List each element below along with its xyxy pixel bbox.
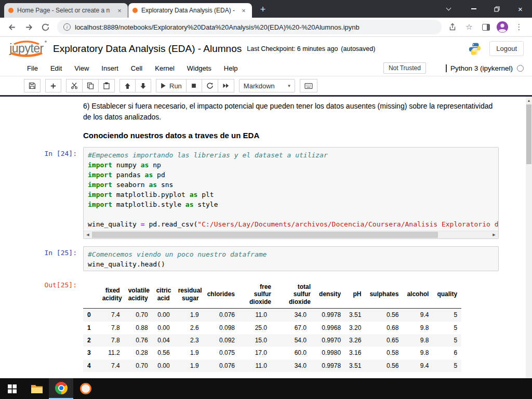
code-line: import numpy as np [88, 160, 494, 170]
row-index: 0 [83, 309, 98, 322]
back-button[interactable] [4, 19, 20, 35]
tab-close-icon[interactable]: × [240, 6, 248, 15]
profile-button[interactable] [495, 19, 510, 35]
scroll-up-icon[interactable]: ▲ [526, 97, 532, 104]
share-button[interactable] [445, 19, 460, 35]
add-cell-button[interactable] [45, 79, 61, 92]
scrollbar-track[interactable] [92, 231, 490, 238]
move-cell-up-button[interactable] [119, 79, 136, 92]
menu-file[interactable]: File [21, 64, 44, 72]
menu-kernel[interactable]: Kernel [149, 64, 181, 72]
column-header: pH [345, 281, 365, 309]
column-header: quality [433, 281, 461, 309]
logout-button[interactable]: Logout [489, 41, 524, 56]
not-trusted-button[interactable]: Not Trusted [383, 62, 426, 74]
scroll-right-icon[interactable]: ▶ [490, 231, 498, 238]
restore-button[interactable] [485, 0, 509, 18]
column-header: density [315, 281, 345, 309]
scroll-left-icon[interactable]: ◀ [84, 231, 92, 238]
tab-eda-notebook[interactable]: Exploratory Data Analysis (EDA) - × [128, 3, 252, 18]
kernel-indicator: Python 3 (ipykernel) [446, 64, 524, 72]
row-index: 4 [83, 360, 98, 372]
menu-widgets[interactable]: Widgets [181, 64, 218, 72]
cell-type-select[interactable]: Markdown ▾ [239, 79, 295, 92]
cut-cell-button[interactable] [66, 79, 83, 92]
table-cell: 0.9980 [315, 347, 345, 359]
code-line: import seaborn as sns [88, 180, 494, 190]
forward-button[interactable] [21, 19, 36, 35]
code-line: wine_quality.head() [88, 259, 494, 269]
new-tab-button[interactable]: + [256, 2, 270, 17]
interrupt-kernel-button[interactable] [187, 79, 202, 92]
command-palette-button[interactable] [300, 79, 317, 92]
column-header: sulphates [365, 281, 403, 309]
tab-title: Home Page - Select or create a n [17, 7, 115, 14]
table-cell: 3.51 [345, 309, 365, 322]
code-editor[interactable]: #Comencemos viendo un poco nuestro dataf… [83, 246, 499, 271]
tab-close-icon[interactable]: × [115, 6, 124, 15]
code-editor[interactable]: #Empecemos importando las librerias y el… [83, 147, 499, 239]
markdown-cell[interactable]: 6) Establecer si fuera necesario, el imp… [0, 101, 499, 140]
address-bar[interactable]: i localhost:8889/notebooks/Exploratory%2… [57, 20, 442, 34]
copy-cell-button[interactable] [83, 79, 99, 92]
code-cell-25[interactable]: In [25]: #Comencemos viendo un poco nues… [0, 246, 499, 271]
table-cell: 1.9 [174, 360, 203, 372]
paste-cell-button[interactable] [99, 79, 115, 92]
run-button[interactable]: Run [156, 79, 187, 92]
table-cell: 2.3 [174, 334, 203, 347]
restart-run-all-button[interactable] [218, 79, 234, 92]
side-panel-button[interactable] [478, 19, 494, 35]
horizontal-scrollbar[interactable]: ◀ ▶ [84, 231, 498, 238]
jupyter-menubar: File Edit View Insert Cell Kernel Widget… [0, 60, 532, 76]
scrollbar-thumb[interactable] [526, 104, 531, 164]
jupyter-logo[interactable]: jupyter [8, 39, 45, 58]
jupyter-logo-bottom-arc [8, 52, 45, 58]
table-cell: 0.70 [124, 309, 152, 322]
table-cell: 0.9978 [315, 360, 345, 372]
notebook-title[interactable]: Exploratory Data Analysis (EDA) - Alumno… [53, 43, 242, 55]
column-header: alcohol [403, 281, 433, 309]
menu-help[interactable]: Help [218, 64, 244, 72]
bookmark-button[interactable]: ☆ [461, 19, 477, 35]
table-cell: 0.76 [124, 334, 152, 347]
chrome-icon [55, 382, 68, 394]
table-cell: 0.076 [203, 309, 239, 322]
orange-app-icon [80, 383, 91, 394]
scrollbar-thumb[interactable] [92, 232, 438, 238]
browser-menu-button[interactable]: ⋮ [511, 19, 527, 35]
restart-kernel-button[interactable] [202, 79, 218, 92]
page-info-icon[interactable]: i [63, 23, 71, 31]
minimize-button[interactable] [462, 0, 485, 18]
menu-view[interactable]: View [68, 64, 95, 72]
vertical-scrollbar[interactable]: ▲ [526, 97, 532, 378]
reload-icon [41, 23, 50, 32]
chrome-taskbar-button[interactable] [49, 378, 73, 399]
table-row: 311.20.280.561.90.07517.060.00.99803.160… [83, 347, 461, 359]
tab-home-page[interactable]: Home Page - Select or create a n × [4, 3, 128, 18]
run-label: Run [169, 82, 182, 90]
close-button[interactable]: × [509, 0, 532, 18]
menu-insert[interactable]: Insert [95, 64, 125, 72]
table-cell: 34.0 [275, 360, 315, 372]
url-text: localhost:8889/notebooks/Exploratory%20D… [75, 23, 360, 31]
table-cell: 60.0 [275, 347, 315, 359]
autosave-status: (autosaved) [341, 45, 375, 52]
start-button[interactable] [0, 378, 24, 399]
table-cell: 0.56 [365, 360, 403, 372]
run-icon [161, 83, 166, 89]
column-header [83, 281, 98, 309]
menu-edit[interactable]: Edit [44, 64, 68, 72]
table-cell: 25.0 [239, 322, 275, 334]
table-cell: 11.2 [98, 347, 124, 359]
markdown-paragraph: 6) Establecer si fuera necesario, el imp… [83, 101, 499, 123]
code-cell-24[interactable]: In [24]: #Empecemos importando las libre… [0, 147, 499, 239]
table-cell: 11.0 [239, 309, 275, 322]
move-cell-down-button[interactable] [136, 79, 151, 92]
reload-button[interactable] [37, 19, 53, 35]
tab-search-chevron-icon[interactable] [446, 5, 451, 10]
orange-app-button[interactable] [73, 378, 98, 399]
file-explorer-button[interactable] [24, 378, 49, 399]
save-button[interactable] [24, 79, 41, 92]
cut-icon [71, 82, 78, 89]
menu-cell[interactable]: Cell [125, 64, 149, 72]
